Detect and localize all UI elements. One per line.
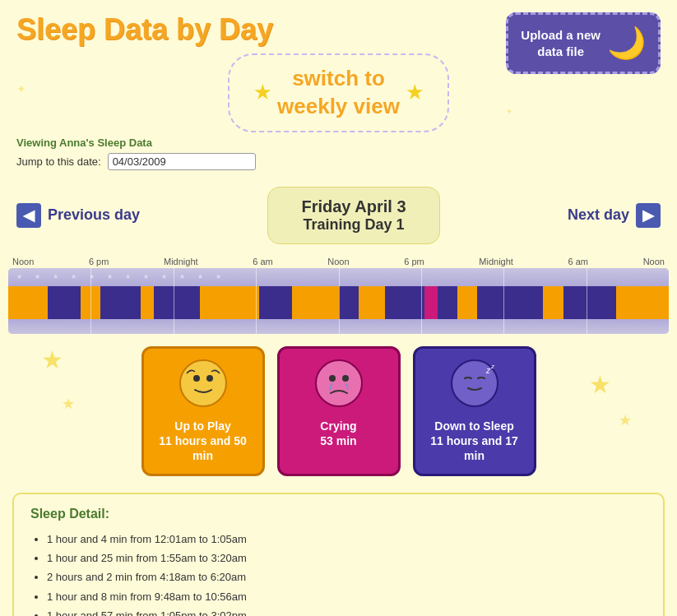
sleep-item-5: 1 hour and 57 min from 1:05pm to 3:02pm — [47, 606, 647, 616]
activity-cards: Up to Play 11 hours and 50 min Crying 53… — [0, 346, 677, 476]
weekly-view-label: switch to weekly view — [277, 65, 400, 121]
sleep-item-1: 1 hour and 4 min from 12:01am to 1:05am — [47, 530, 647, 549]
svg-point-4 — [329, 375, 336, 382]
awake-face-icon — [154, 359, 253, 415]
star-deco-1: ★ — [41, 345, 63, 374]
label-midnight-1: Midnight — [164, 257, 198, 266]
time-line-7 — [587, 268, 587, 334]
timeline-bar: ★ ★ ★ ★ ★ ★ ★ ★ ★ ★ ★ ★ — [8, 268, 669, 334]
label-6am-2: 6 am — [568, 257, 588, 266]
cry-face-icon — [290, 359, 388, 415]
timeline-labels: Noon 6 pm Midnight 6 am Noon 6 pm Midnig… — [8, 257, 669, 266]
time-line-4 — [339, 268, 340, 334]
upload-button[interactable]: Upload a new data file 🌙 — [506, 12, 661, 74]
time-line-1 — [90, 268, 91, 334]
sleep-label: Down to Sleep 11 hours and 17 min — [425, 419, 524, 464]
upload-label: Upload a new data file — [521, 27, 600, 59]
label-6pm-1: 6 pm — [89, 257, 109, 266]
awake-duration: 11 hours and 50 min — [154, 433, 253, 463]
cry-label: Crying 53 min — [290, 419, 388, 448]
cry-duration: 53 min — [290, 433, 388, 448]
star-deco-3: ★ — [589, 370, 611, 399]
time-line-3 — [256, 268, 257, 334]
cry-seg-1 — [424, 286, 438, 319]
day-info: Friday April 3 Training Day 1 — [267, 187, 439, 244]
sleep-seg-8 — [477, 286, 543, 319]
next-arrow-icon: ▶ — [636, 203, 661, 228]
star-deco-4: ★ — [619, 411, 632, 429]
sleep-title: Down to Sleep — [425, 419, 524, 433]
next-day-button[interactable]: Next day ▶ — [568, 203, 661, 228]
svg-point-3 — [316, 360, 362, 406]
prev-day-button[interactable]: ◀ Previous day — [16, 203, 140, 228]
svg-point-2 — [206, 375, 213, 382]
sleep-seg-4 — [259, 286, 292, 319]
viewing-label: Viewing Anna's Sleep Data — [16, 137, 661, 149]
time-line-2 — [174, 268, 174, 334]
moon-icon: 🌙 — [607, 23, 646, 63]
sleep-seg-1 — [48, 286, 81, 319]
star-deco-6: ✦ — [506, 107, 512, 116]
star-right-icon: ★ — [406, 81, 423, 105]
cry-title: Crying — [290, 419, 388, 433]
sleep-face-icon: z z — [425, 359, 524, 415]
sleep-duration: 11 hours and 17 min — [425, 433, 524, 463]
viewing-info: Viewing Anna's Sleep Data Jump to this d… — [0, 137, 677, 170]
star-deco-5: ✦ — [16, 82, 26, 95]
card-cry: Crying 53 min — [277, 346, 401, 476]
svg-text:z: z — [490, 363, 495, 370]
prev-arrow-icon: ◀ — [16, 203, 41, 228]
day-name: Friday April 3 — [301, 197, 406, 216]
sleep-seg-6 — [385, 286, 424, 319]
prev-day-label: Previous day — [48, 206, 140, 224]
label-6pm-2: 6 pm — [404, 257, 424, 266]
label-6am-1: 6 am — [253, 257, 272, 266]
weekly-view-button[interactable]: ★ switch to weekly view ★ — [228, 53, 449, 132]
label-noon-3: Noon — [643, 257, 665, 266]
sleep-item-2: 1 hour and 25 min from 1:55am to 3:20am — [47, 549, 647, 567]
star-deco-2: ★ — [62, 395, 75, 413]
sleep-seg-5 — [339, 286, 359, 319]
awake-title: Up to Play — [154, 419, 253, 433]
time-line-5 — [421, 268, 422, 334]
card-sleep: z z Down to Sleep 11 hours and 17 min — [413, 346, 536, 476]
svg-point-0 — [180, 360, 226, 406]
sleep-item-3: 2 hours and 2 min from 4:18am to 6:20am — [47, 567, 647, 586]
star-left-icon: ★ — [254, 81, 271, 105]
timeline-wrapper: Noon 6 pm Midnight 6 am Noon 6 pm Midnig… — [0, 257, 677, 334]
svg-point-5 — [342, 375, 349, 382]
time-line-6 — [503, 268, 504, 334]
page-title: Sleep Data by Day — [16, 12, 273, 47]
sleep-detail-title: Sleep Detail: — [30, 507, 647, 521]
sleep-seg-9 — [563, 286, 616, 319]
svg-point-1 — [193, 375, 200, 382]
sleep-item-4: 1 hour and 8 min from 9:48am to 10:56am — [47, 587, 647, 606]
awake-label: Up to Play 11 hours and 50 min — [154, 419, 253, 464]
svg-text:z: z — [485, 366, 491, 375]
sleep-seg-2 — [100, 286, 140, 319]
date-jump-row: Jump to this date: — [16, 153, 661, 170]
label-noon-1: Noon — [12, 257, 34, 266]
nav-section: ◀ Previous day Friday April 3 Training D… — [0, 178, 677, 252]
date-input[interactable] — [108, 153, 256, 170]
card-awake: Up to Play 11 hours and 50 min — [141, 346, 265, 476]
next-day-label: Next day — [568, 206, 629, 224]
jump-label: Jump to this date: — [16, 155, 101, 168]
label-noon-2: Noon — [327, 257, 349, 266]
sleep-seg-3 — [154, 286, 200, 319]
sleep-detail-list: 1 hour and 4 min from 12:01am to 1:05am … — [30, 530, 647, 616]
training-day: Training Day 1 — [301, 216, 406, 234]
label-midnight-2: Midnight — [479, 257, 513, 266]
sleep-detail: Sleep Detail: 1 hour and 4 min from 12:0… — [12, 493, 665, 616]
